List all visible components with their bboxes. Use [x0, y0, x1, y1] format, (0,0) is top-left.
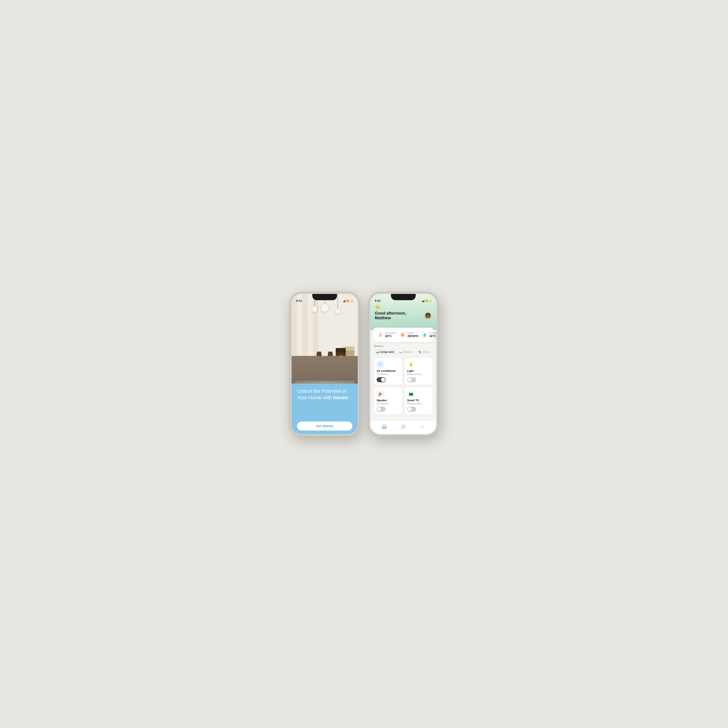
- device-grid: ❄️ Air conditioner LG Hisense 💡 Light Bi…: [374, 358, 433, 414]
- avatar-emoji: 🧑🏾: [425, 313, 431, 319]
- humidity-value: 40°C: [430, 334, 436, 338]
- speaker-brand: LG Hisense: [376, 402, 399, 405]
- room-tabs: 🛋️ Living room 🛏️ Bedroom 🍳 Kitchen 🚿 Ba…: [374, 349, 433, 355]
- sun-icon: ☀️: [375, 305, 432, 310]
- phone-2-time: 9:41: [375, 299, 381, 303]
- tab-kitchen[interactable]: 🍳 Kitchen: [416, 349, 433, 355]
- svg-rect-0: [402, 425, 403, 426]
- speaker-icon: 🔊: [376, 390, 384, 398]
- light-name: Light: [407, 369, 430, 373]
- device-card-tv: 📺 Smart TV Binatone hues: [404, 387, 433, 414]
- phone-1-screen: 9:41 📶 🔋: [292, 294, 358, 434]
- phone-1-notch: [312, 294, 337, 300]
- humidity-label: Humidity: [430, 332, 436, 334]
- signal-icon-2: [422, 300, 424, 302]
- nav-devices[interactable]: [398, 422, 408, 431]
- living-room-label: Living room: [380, 350, 394, 353]
- user-avatar[interactable]: 🧑🏾: [424, 312, 432, 320]
- devices-label: Devices: [374, 345, 433, 347]
- humidity-info: Humidity 40°C: [430, 332, 436, 338]
- stat-temperature: 🌡️ Temperature 40°C: [376, 331, 398, 339]
- settings-icon: [420, 424, 425, 429]
- tab-living-room[interactable]: 🛋️ Living room: [374, 349, 396, 355]
- battery-icon: 🔋: [350, 300, 353, 302]
- svg-rect-2: [402, 427, 403, 428]
- devices-section: Devices 🛋️ Living room 🛏️ Bedroom 🍳 Kitc…: [370, 342, 436, 414]
- kitchen-label: Kitchen: [422, 350, 430, 353]
- phone-2-screen: 9:41 📶 🔋 ☀️ Good afternoon, Matthew: [370, 294, 436, 434]
- svg-rect-1: [404, 425, 405, 426]
- device-card-speaker: 🔊 Speaker LG Hisense: [374, 387, 402, 414]
- nav-home[interactable]: [379, 422, 389, 431]
- room-image: [292, 294, 358, 389]
- bottom-nav: [370, 421, 436, 434]
- phone-1-text-area: Unlock the Potential of Your Home with H…: [292, 384, 358, 434]
- energy-info: Energy 20KW'H: [408, 332, 419, 338]
- phones-container: 9:41 📶 🔋: [290, 292, 438, 436]
- phone-1-time: 9:41: [296, 299, 302, 303]
- bedroom-label: Bedroom: [403, 350, 413, 353]
- living-room-icon: 🛋️: [376, 351, 379, 353]
- battery-icon-2: 🔋: [429, 300, 432, 302]
- home-icon: [382, 424, 387, 429]
- tv-name: Smart TV: [407, 399, 430, 402]
- light-toggle[interactable]: [407, 377, 416, 382]
- humidity-icon: 💧: [421, 332, 428, 338]
- greeting-text: Good afternoon, Matthew: [375, 311, 422, 320]
- bedroom-icon: 🛏️: [399, 351, 402, 353]
- phone-1: 9:41 📶 🔋: [290, 292, 359, 436]
- phone-2: 9:41 📶 🔋 ☀️ Good afternoon, Matthew: [369, 292, 438, 436]
- device-card-light: 💡 Light Binatone hues: [404, 358, 433, 385]
- speaker-toggle[interactable]: [376, 407, 385, 411]
- phone-2-status-icons: 📶 🔋: [422, 300, 432, 303]
- greeting-row: Good afternoon, Matthew 🧑🏾: [375, 311, 432, 320]
- tv-icon: 📺: [407, 390, 415, 398]
- light-brand: Binatone hues: [407, 373, 430, 375]
- signal-icon: [343, 300, 346, 302]
- energy-icon: 🔥: [399, 332, 406, 338]
- temperature-label: Temperature: [385, 332, 396, 334]
- phone-1-status-icons: 📶 🔋: [343, 300, 353, 303]
- temperature-value: 40°C: [385, 334, 396, 338]
- phone-1-headline: Unlock the Potential of Your Home with H…: [297, 388, 352, 401]
- stat-energy: 🔥 Energy 20KW'H: [398, 331, 420, 339]
- tv-toggle[interactable]: [407, 407, 416, 411]
- tv-brand: Binatone hues: [407, 402, 430, 405]
- temperature-info: Temperature 40°C: [385, 332, 396, 338]
- kitchen-icon: 🍳: [418, 351, 421, 353]
- light-toggle-knob: [408, 378, 411, 382]
- ac-toggle-knob: [381, 378, 385, 382]
- wifi-icon: 📶: [346, 300, 350, 303]
- device-card-ac: ❄️ Air conditioner LG Hisense: [374, 358, 402, 385]
- ac-icon: ❄️: [376, 360, 384, 368]
- devices-icon: [401, 424, 406, 429]
- tab-bedroom[interactable]: 🛏️ Bedroom: [397, 349, 415, 355]
- stat-humidity: 💧 Humidity 40°C: [420, 331, 436, 339]
- energy-label: Energy: [408, 332, 419, 334]
- light-icon: 💡: [407, 360, 415, 368]
- phone-2-notch: [391, 294, 416, 300]
- headline-bold: Haven: [333, 395, 348, 401]
- get-started-button[interactable]: Get Started: [297, 422, 352, 431]
- tv-toggle-knob: [408, 407, 411, 411]
- stats-card: 🌡️ Temperature 40°C 🔥 Energy 20KW'H: [373, 327, 434, 342]
- wifi-icon-2: 📶: [425, 300, 428, 303]
- temperature-icon: 🌡️: [377, 332, 383, 338]
- ac-toggle[interactable]: [376, 377, 385, 382]
- svg-point-4: [422, 426, 423, 427]
- energy-value: 20KW'H: [408, 334, 419, 338]
- ac-brand: LG Hisense: [376, 373, 399, 375]
- svg-rect-3: [404, 427, 405, 428]
- ac-name: Air conditioner: [376, 369, 399, 373]
- speaker-name: Speaker: [376, 399, 399, 402]
- nav-settings[interactable]: [418, 422, 427, 431]
- speaker-toggle-knob: [377, 407, 381, 411]
